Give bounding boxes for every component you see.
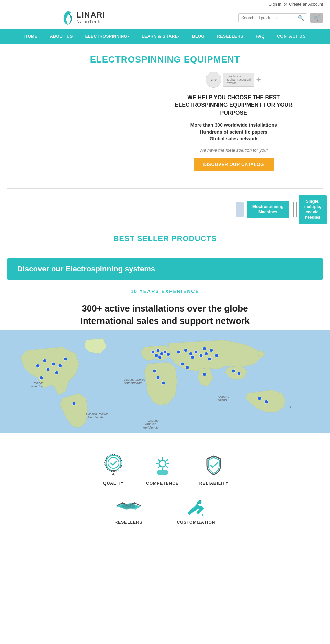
quality-icon: [101, 453, 125, 477]
equipment-title: ELECTROSPINNING EQUIPMENT: [90, 54, 240, 65]
svg-point-20: [194, 350, 198, 354]
svg-text:Atlantico: Atlantico: [144, 422, 156, 426]
ghp-badge: ghp healthcare & pharmaceutical awards ✦: [206, 72, 262, 88]
equipment-right-panel: ghp healthcare & pharmaceutical awards ✦…: [148, 72, 320, 171]
ghp-text: healthcare & pharmaceutical awards: [223, 73, 254, 87]
main-content: ELECTROSPINNING EQUIPMENT ghp healthcare…: [0, 44, 330, 539]
svg-point-7: [64, 357, 67, 361]
search-bar[interactable]: 🔍: [238, 13, 307, 22]
product-tabs: ElectrospinningMachines Single,multiple,…: [0, 189, 330, 230]
svg-point-21: [199, 354, 203, 357]
svg-point-18: [184, 349, 187, 352]
svg-text:Oceano: Oceano: [218, 395, 229, 398]
svg-marker-59: [202, 514, 204, 516]
svg-text:settentrio...: settentrio...: [30, 385, 46, 388]
svg-text:Meridionale: Meridionale: [88, 416, 104, 419]
nav-learn[interactable]: LEARN & SHARE: [135, 29, 186, 44]
svg-point-9: [72, 402, 76, 405]
svg-point-12: [160, 352, 163, 355]
logo-brand: LINARI: [76, 11, 106, 19]
support-text: International sales and support network: [0, 316, 330, 330]
svg-point-24: [215, 354, 218, 357]
cart-icon[interactable]: 🛒: [310, 13, 323, 23]
equipment-headline: WE HELP YOU CHOOSE THE BESTELECTROSPINNI…: [175, 94, 293, 117]
catalog-button[interactable]: DISCOVER OUR CATALOG: [194, 158, 274, 171]
quality-label: QUALITY: [103, 481, 124, 486]
search-input[interactable]: [241, 15, 298, 20]
resellers-label: RESELLERS: [115, 520, 143, 525]
svg-point-14: [163, 350, 167, 354]
svg-point-54: [105, 454, 122, 472]
svg-point-11: [156, 349, 160, 352]
years-section: 10 YEARS EXPERIENCE: [0, 283, 330, 297]
svg-text:Indiano: Indiano: [217, 398, 227, 402]
competence-item: COMPETENCE: [146, 453, 179, 486]
best-seller-title: BEST SELLER PRODUCTS: [7, 234, 323, 243]
svg-point-6: [36, 364, 40, 368]
svg-text:Oceano: Oceano: [148, 419, 159, 422]
logo[interactable]: LINARI NanoTech: [62, 10, 106, 25]
svg-point-28: [180, 362, 184, 366]
svg-point-17: [177, 350, 180, 354]
svg-text:Meridionale: Meridionale: [143, 426, 159, 429]
discover-banner[interactable]: Discover our Electrospinning systems: [7, 258, 323, 280]
machine-icon: [236, 202, 244, 217]
equipment-section: ELECTROSPINNING EQUIPMENT ghp healthcare…: [0, 44, 330, 178]
svg-point-1: [43, 359, 46, 362]
logo-leaf-icon: [62, 10, 74, 25]
installations-text: 300+ active installations over the globe: [0, 297, 330, 316]
nav-faq[interactable]: FAQ: [250, 29, 271, 44]
equipment-tagline: We have the ideal solution for you!: [199, 148, 268, 153]
nav-contact[interactable]: CONTACT US: [271, 29, 312, 44]
svg-point-37: [156, 376, 160, 380]
svg-text:settentrionale: settentrionale: [124, 381, 142, 385]
svg-point-3: [46, 368, 50, 371]
section-divider-bottom: [7, 539, 323, 539]
competence-icon: [151, 453, 175, 477]
svg-point-33: [265, 400, 268, 404]
svg-text:Pacifico: Pacifico: [33, 381, 44, 385]
svg-point-15: [167, 353, 170, 356]
sign-in-link[interactable]: Sign in: [269, 2, 282, 7]
svg-point-36: [162, 381, 165, 385]
map-svg: Pacifico settentrio... Oceano Pacifico M…: [0, 330, 330, 433]
svg-point-23: [210, 349, 213, 352]
header-top-bar: Sign in or Create an Account: [0, 0, 330, 7]
svg-point-25: [203, 347, 206, 350]
svg-point-34: [258, 397, 261, 400]
best-seller-section: BEST SELLER PRODUCTS: [0, 231, 330, 258]
equipment-bullets: More than 300 worldwide installations Hu…: [190, 122, 277, 143]
svg-point-51: [108, 457, 119, 468]
create-account-link[interactable]: Create an Account: [289, 2, 323, 7]
svg-point-4: [55, 371, 58, 374]
nav-blog[interactable]: BLOG: [186, 29, 211, 44]
discover-banner-text: Discover our Electrospinning systems: [17, 264, 155, 273]
tab-needles: Single,multiple,coaxialneedles: [293, 195, 327, 224]
svg-marker-53: [112, 473, 115, 476]
competence-label: COMPETENCE: [146, 481, 179, 486]
years-label: 10 YEARS EXPERIENCE: [0, 289, 330, 294]
svg-point-13: [155, 354, 158, 357]
tab-needles-btn[interactable]: Single,multiple,coaxialneedles: [299, 195, 327, 224]
nav-about[interactable]: ABOUT US: [44, 29, 79, 44]
svg-point-10: [151, 350, 155, 354]
customization-label: CUSTOMIZATION: [177, 520, 216, 525]
ghp-logo: ghp: [206, 72, 221, 88]
resellers-item: RESELLERS: [115, 496, 143, 525]
nav-electrospinning[interactable]: ELECTROSPINNING: [79, 29, 135, 44]
needle-icon-2: [296, 202, 297, 217]
tab-machines-btn[interactable]: ElectrospinningMachines: [247, 201, 289, 218]
equipment-content: ghp healthcare & pharmaceutical awards ✦…: [7, 72, 323, 171]
svg-point-19: [189, 352, 192, 355]
ghp-decoration: ✦: [256, 76, 262, 84]
or-text: or: [284, 2, 287, 7]
svg-point-32: [237, 372, 241, 375]
nav-home[interactable]: HOME: [18, 29, 44, 44]
customization-icon: [183, 496, 210, 517]
needle-icon-1: [293, 202, 294, 217]
nav-resellers[interactable]: RESELLERS: [211, 29, 250, 44]
customization-item: CUSTOMIZATION: [177, 496, 216, 525]
bullet-1: More than 300 worldwide installations: [190, 122, 277, 128]
svg-point-2: [52, 362, 55, 366]
quality-item: QUALITY: [101, 453, 125, 486]
